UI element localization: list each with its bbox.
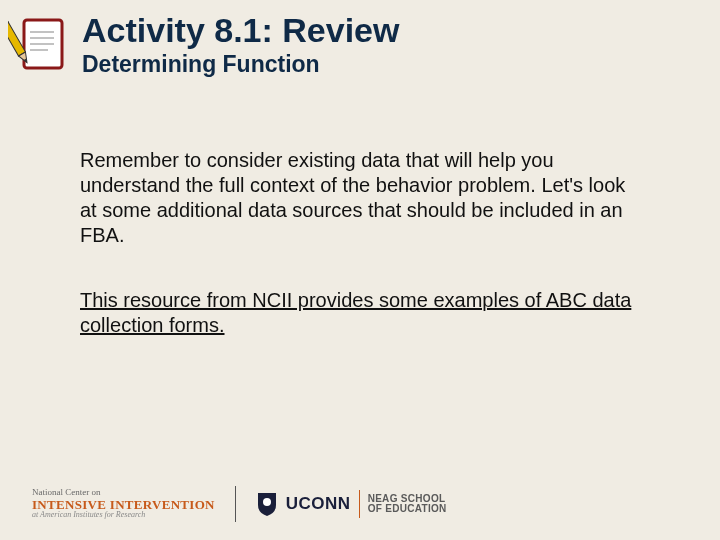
slide-footer: National Center on INTENSIVE INTERVENTIO…	[32, 486, 688, 522]
uconn-logo: UCONN NEAG SCHOOL OF EDUCATION	[256, 490, 447, 518]
ncii-logo: National Center on INTENSIVE INTERVENTIO…	[32, 488, 215, 519]
footer-divider-icon	[235, 486, 236, 522]
uconn-divider-icon	[359, 490, 360, 518]
ncii-line2: INTENSIVE INTERVENTION	[32, 498, 215, 512]
uconn-name: UCONN	[286, 494, 351, 514]
ncii-line3: at American Institutes for Research	[32, 511, 215, 519]
svg-point-10	[263, 498, 271, 506]
resource-link-text[interactable]: This resource from NCII provides some ex…	[80, 288, 640, 338]
neag-school: NEAG SCHOOL OF EDUCATION	[368, 494, 447, 514]
title-block: Activity 8.1: Review Determining Functio…	[82, 10, 399, 78]
slide-body: Remember to consider existing data that …	[0, 78, 720, 338]
slide-header: Activity 8.1: Review Determining Functio…	[0, 0, 720, 78]
neag-line2: OF EDUCATION	[368, 504, 447, 514]
slide-subtitle: Determining Function	[82, 51, 399, 78]
uconn-shield-icon	[256, 491, 278, 517]
slide-title: Activity 8.1: Review	[82, 12, 399, 49]
pencil-paper-icon	[8, 10, 76, 78]
body-paragraph-1: Remember to consider existing data that …	[80, 148, 640, 248]
